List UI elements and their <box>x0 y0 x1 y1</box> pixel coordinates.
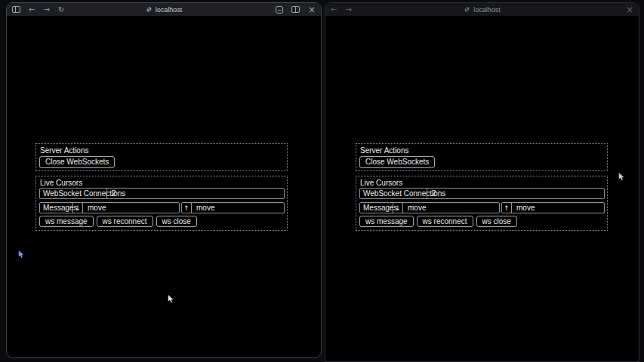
remote-cursor-blue <box>18 250 25 259</box>
url-text: localhost <box>156 6 183 14</box>
messages-label: Messages <box>40 203 73 213</box>
arrow-up-icon: ↑ <box>502 203 512 213</box>
link-icon <box>464 6 470 13</box>
connections-value: 2 <box>107 189 284 198</box>
messages-incoming-group: ↑ move <box>181 202 285 213</box>
forward-icon[interactable]: → <box>43 6 49 14</box>
url-text: localhost <box>473 6 501 14</box>
messages-row: Messages ↓ move ↑ move <box>39 202 285 213</box>
ws-close-button[interactable]: ws close <box>156 216 197 227</box>
server-actions-legend: Server Actions <box>360 146 408 155</box>
titlebar-right-controls: ← → <box>331 6 352 14</box>
messages-label: Messages <box>360 203 393 213</box>
incoming-message-value: move <box>192 203 284 213</box>
websocket-connections-row: WebSocket Connections 2 <box>39 188 285 199</box>
live-cursors-legend: Live Cursors <box>40 179 82 187</box>
ws-reconnect-button[interactable]: ws reconnect <box>97 216 153 227</box>
outgoing-message-value: move <box>403 203 499 213</box>
server-actions-legend: Server Actions <box>40 146 88 155</box>
messages-incoming-group: ↑ move <box>501 202 605 213</box>
address-bar[interactable]: localhost <box>325 3 639 16</box>
titlebar-right[interactable]: ← → localhost × <box>325 3 639 16</box>
arrow-down-icon: ↓ <box>393 203 403 213</box>
connections-label: WebSocket Connections <box>360 189 427 198</box>
browser-window-right: ← → localhost × Server Actions Close Web… <box>325 2 639 362</box>
titlebar-left-window-controls: × <box>276 5 316 14</box>
titlebar-left-controls: ← → ↻ <box>12 6 64 14</box>
close-websockets-button[interactable]: Close WebSockets <box>39 156 115 168</box>
page-content-right: Server Actions Close WebSockets Live Cur… <box>325 3 639 361</box>
close-icon[interactable]: × <box>308 5 316 14</box>
close-websockets-button[interactable]: Close WebSockets <box>359 156 435 168</box>
ws-close-button[interactable]: ws close <box>476 216 517 227</box>
outgoing-message-value: move <box>83 203 179 213</box>
ws-buttons-row: ws message ws reconnect ws close <box>359 216 605 227</box>
ws-message-button[interactable]: ws message <box>39 216 94 227</box>
titlebar-right-window-controls: × <box>626 5 633 14</box>
back-icon[interactable]: ← <box>29 6 35 14</box>
live-cursors-fieldset: Live Cursors WebSocket Connections 2 Mes… <box>356 176 608 231</box>
ws-message-button[interactable]: ws message <box>359 216 414 227</box>
arrow-down-icon: ↓ <box>73 203 83 213</box>
arrow-up-icon: ↑ <box>182 203 192 213</box>
connections-value: 2 <box>427 189 604 198</box>
reader-icon[interactable] <box>276 6 283 14</box>
forward-icon[interactable]: → <box>345 6 351 14</box>
page-content-left: Server Actions Close WebSockets Live Cur… <box>7 3 321 357</box>
messages-outgoing-group: Messages ↓ move <box>359 202 500 213</box>
back-icon[interactable]: ← <box>331 6 337 14</box>
live-cursors-fieldset: Live Cursors WebSocket Connections 2 Mes… <box>35 176 288 231</box>
server-actions-fieldset: Server Actions Close WebSockets <box>356 143 608 171</box>
link-icon <box>146 6 153 13</box>
messages-row: Messages ↓ move ↑ move <box>359 202 605 213</box>
refresh-icon[interactable]: ↻ <box>58 6 64 14</box>
split-view-icon[interactable] <box>291 6 300 13</box>
live-cursors-legend: Live Cursors <box>360 179 402 187</box>
websocket-connections-row: WebSocket Connections 2 <box>359 188 605 199</box>
browser-window-left: ← → ↻ localhost × Server Actions Close W… <box>6 2 322 358</box>
desktop: ← → ↻ localhost × Server Actions Close W… <box>0 0 644 362</box>
incoming-message-value: move <box>512 203 604 213</box>
messages-outgoing-group: Messages ↓ move <box>39 202 180 213</box>
connections-label: WebSocket Connections <box>40 189 107 198</box>
close-icon[interactable]: × <box>626 5 633 14</box>
server-actions-fieldset: Server Actions Close WebSockets <box>35 143 288 171</box>
titlebar-left[interactable]: ← → ↻ localhost × <box>7 3 321 16</box>
remote-cursor-gray <box>618 172 625 182</box>
ws-reconnect-button[interactable]: ws reconnect <box>417 216 473 227</box>
local-mouse-pointer <box>168 294 174 304</box>
sidebar-toggle-icon[interactable] <box>12 6 20 13</box>
ws-buttons-row: ws message ws reconnect ws close <box>39 216 285 227</box>
